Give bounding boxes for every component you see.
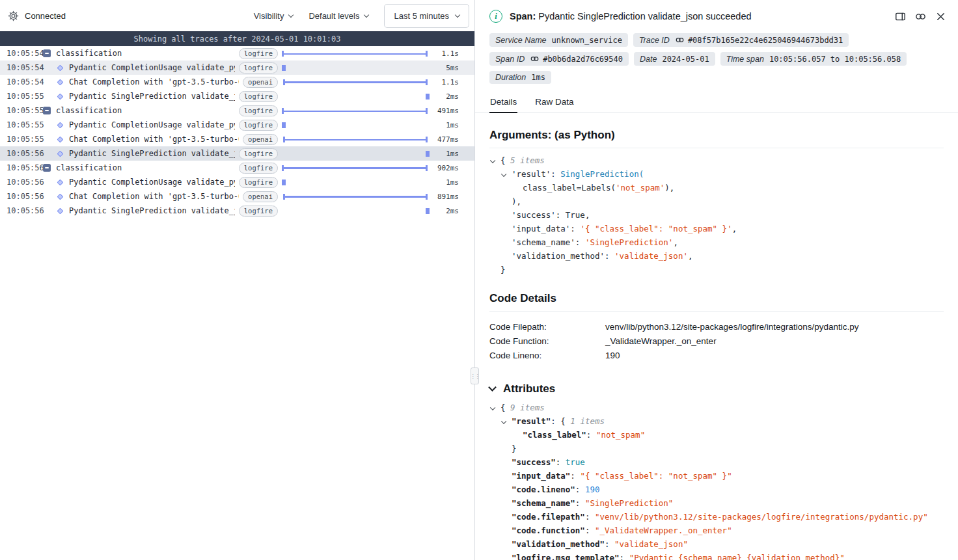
tree-toggle[interactable] (491, 153, 500, 167)
duration-bar (282, 51, 428, 57)
chevron-down-icon (364, 12, 369, 17)
code-token: : (620, 553, 629, 560)
success-info-icon: i (489, 10, 502, 23)
code-token: : (586, 430, 596, 440)
code-token: : (585, 512, 595, 522)
tree-toggle-icon[interactable] (501, 419, 506, 424)
collapse-icon[interactable] (43, 107, 51, 114)
default-levels-dropdown[interactable]: Default levels (308, 11, 368, 21)
tag-chip: openai (243, 191, 278, 202)
code-token: { (500, 155, 510, 165)
detail-panel: i Span:Pydantic SinglePrediction validat… (474, 0, 958, 560)
duration-track (282, 122, 428, 129)
meta-badge[interactable]: Span ID#b0b6da2d76c69540 (489, 52, 629, 66)
traces-banner: Showing all traces after 2024-05-01 10:0… (0, 31, 474, 46)
tag-chip: logfire (239, 148, 278, 159)
span-name: Pydantic CompletionUsage validate_python (69, 63, 235, 72)
badge-label: Service Name (495, 36, 547, 45)
badge-value: unknown_service (552, 36, 622, 45)
trace-row[interactable]: 10:05:55Pydantic CompletionUsage validat… (0, 118, 474, 132)
trace-row[interactable]: 10:05:55Chat Completion with 'gpt-3.5-tu… (0, 132, 474, 146)
collapse-icon[interactable] (43, 49, 51, 57)
trace-row[interactable]: 10:05:54Pydantic CompletionUsage validat… (0, 60, 474, 75)
code-token: "code.lineno" (512, 485, 575, 494)
tree-toggle-icon[interactable] (490, 405, 495, 410)
tree-toggle-icon[interactable] (490, 158, 495, 163)
tab-raw-data[interactable]: Raw Data (534, 92, 574, 113)
code-line: "logfire.msg_template": "Pydantic {schem… (491, 551, 944, 560)
code-token: : (551, 169, 560, 179)
trace-timestamp: 10:05:55 (0, 120, 38, 129)
tree-toggle[interactable] (502, 414, 512, 428)
copy-link-icon[interactable] (913, 8, 929, 24)
code-token: } (500, 265, 506, 274)
time-range-dropdown[interactable]: Last 5 minutes (384, 4, 469, 28)
trace-timestamp: 10:05:55 (0, 92, 38, 101)
detail-content: Arguments: (as Python) { 5 items'result'… (475, 129, 958, 560)
code-token: : (605, 251, 614, 261)
code-token: "result" (512, 416, 551, 426)
span-name: Pydantic SinglePrediction validate_json (69, 92, 235, 101)
trace-timestamp: 10:05:56 (0, 206, 38, 215)
code-detail-label: Code Lineno: (489, 349, 605, 363)
tree-toggle[interactable] (491, 401, 500, 414)
span-diamond-icon (57, 207, 63, 214)
span-diamond-icon (57, 93, 63, 100)
row-icon-cell (55, 209, 65, 213)
code-detail-value: venv/lib/python3.12/site-packages/logfir… (605, 320, 858, 334)
trace-timestamp: 10:05:55 (0, 135, 38, 144)
duration-label: 1ms (430, 178, 459, 187)
trace-row[interactable]: 10:05:54Chat Completion with 'gpt-3.5-tu… (0, 75, 474, 89)
row-icon-cell (55, 137, 65, 142)
panel-resize-handle[interactable]: ⋮⋮ (471, 367, 479, 384)
duration-track (282, 179, 428, 186)
code-detail-row: Code Filepath:venv/lib/python3.12/site-p… (489, 320, 944, 334)
trace-row[interactable]: 10:05:56Chat Completion with 'gpt-3.5-tu… (0, 189, 474, 204)
trace-timestamp: 10:05:54 (0, 63, 38, 72)
trace-row[interactable]: 10:05:56Pydantic SinglePrediction valida… (0, 204, 474, 218)
span-diamond-icon (57, 179, 63, 185)
code-detail-label: Code Filepath: (489, 320, 605, 334)
duration-label: 1ms (430, 150, 459, 158)
open-panel-icon[interactable] (893, 8, 909, 24)
trace-row[interactable]: 10:05:55Pydantic SinglePrediction valida… (0, 89, 474, 103)
code-token: 5 items (510, 155, 545, 165)
span-name: Pydantic SinglePrediction validate_json (69, 206, 235, 215)
code-token: : (551, 416, 560, 426)
span-name: Chat Completion with 'gpt-3.5-turbo-061 (69, 77, 239, 87)
span-diamond-icon (57, 136, 63, 142)
tree-toggle[interactable] (502, 167, 512, 181)
duration-bar (282, 122, 286, 128)
trace-row[interactable]: 10:05:56Pydantic CompletionUsage validat… (0, 175, 474, 189)
trace-row[interactable]: 10:05:56classificationlogfire902ms (0, 161, 474, 175)
collapse-icon[interactable] (43, 164, 51, 172)
trace-row[interactable]: 10:05:56Pydantic SinglePrediction valida… (0, 146, 474, 161)
trace-row[interactable]: 10:05:54classificationlogfire1.1s (0, 46, 474, 60)
span-name: Pydantic SinglePrediction validate_json (69, 149, 235, 158)
attributes-heading[interactable]: Attributes (489, 382, 944, 395)
trace-row[interactable]: 10:05:55classificationlogfire491ms (0, 103, 474, 118)
duration-label: 891ms (430, 193, 459, 201)
tree-toggle-icon[interactable] (501, 172, 506, 177)
span-name: classification (56, 106, 235, 115)
close-icon[interactable] (933, 8, 949, 24)
code-token: class_label=Labels( (523, 183, 616, 193)
attributes-json-tree: { 9 items"result": { 1 items"class_label… (489, 395, 944, 560)
duration-bar (283, 79, 428, 85)
trace-timestamp: 10:05:55 (0, 106, 38, 115)
duration-label: 477ms (430, 135, 459, 144)
visibility-dropdown[interactable]: Visibility (254, 11, 294, 21)
meta-badge[interactable]: Trace ID#08f57b165e22c4e625046944673bdd3… (633, 33, 849, 47)
duration-label: 491ms (430, 107, 459, 115)
meta-badge: Time span10:05:56.057 to 10:05:56.058 (720, 52, 907, 66)
code-token: 9 items (510, 403, 545, 412)
tag-chip: openai (243, 134, 278, 145)
link-icon[interactable] (530, 54, 540, 64)
duration-track (282, 107, 428, 114)
code-token: "{ "class_label": "not_spam" }" (580, 471, 732, 481)
code-line: "success": true (491, 455, 944, 469)
link-icon[interactable] (675, 35, 685, 45)
gear-icon[interactable] (8, 10, 19, 21)
code-token: true (566, 457, 585, 467)
tab-details[interactable]: Details (489, 92, 517, 113)
